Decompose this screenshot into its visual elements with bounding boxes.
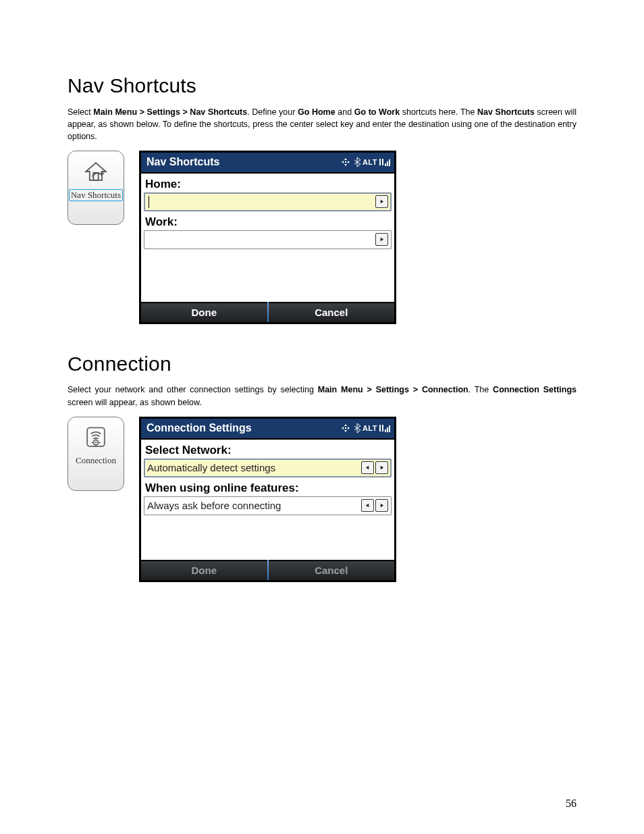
- bluetooth-icon: [354, 423, 360, 434]
- signal-icon: [379, 423, 392, 434]
- home-input[interactable]: [144, 192, 392, 211]
- online-features-label: When using online features:: [144, 480, 392, 496]
- alt-indicator: ALT: [363, 424, 377, 432]
- dpad-icon: [340, 423, 352, 434]
- svg-point-7: [95, 442, 97, 444]
- play-right-icon: [379, 502, 385, 509]
- heading-nav-shortcuts: Nav Shortcuts: [68, 74, 576, 97]
- work-more-button[interactable]: [375, 233, 388, 246]
- play-left-icon: [365, 465, 371, 471]
- cancel-button[interactable]: Cancel: [269, 302, 395, 322]
- work-input[interactable]: [144, 230, 392, 249]
- network-next-button[interactable]: [375, 461, 388, 474]
- svg-point-1: [345, 161, 346, 163]
- svg-rect-3: [387, 161, 388, 166]
- svg-rect-13: [385, 429, 386, 432]
- page-number: 56: [566, 798, 576, 810]
- online-prev-button[interactable]: [361, 499, 374, 512]
- work-label: Work:: [144, 214, 392, 230]
- status-icons: ALT: [340, 423, 392, 434]
- dpad-icon: [340, 157, 352, 167]
- screen-title: Connection Settings: [146, 422, 252, 434]
- svg-rect-15: [389, 425, 390, 432]
- paragraph-nav-shortcuts: Select Main Menu > Settings > Nav Shortc…: [68, 106, 576, 142]
- svg-rect-14: [387, 427, 388, 432]
- alt-indicator: ALT: [363, 158, 377, 166]
- wifi-gear-icon: [81, 423, 111, 452]
- heading-connection: Connection: [68, 353, 576, 375]
- play-right-icon: [379, 465, 385, 471]
- play-right-icon: [379, 199, 385, 205]
- select-network-field[interactable]: Automatically detect settings: [144, 459, 392, 477]
- select-network-label: Select Network:: [144, 442, 392, 459]
- screenshot-connection: Connection Settings ALT Select Network: …: [139, 417, 396, 582]
- screenshot-nav-shortcuts: Nav Shortcuts ALT Home:: [139, 151, 396, 324]
- svg-point-12: [345, 427, 346, 429]
- done-button[interactable]: Done: [141, 560, 267, 580]
- bluetooth-icon: [354, 157, 360, 167]
- tile-connection: Connection: [68, 417, 124, 491]
- status-icons: ALT: [340, 157, 392, 167]
- network-prev-button[interactable]: [361, 461, 374, 474]
- screen-title: Nav Shortcuts: [146, 156, 219, 168]
- svg-rect-4: [389, 159, 390, 166]
- house-arrow-icon: [81, 157, 111, 186]
- tile-caption: Nav Shortcuts: [69, 189, 123, 201]
- tile-nav-shortcuts: Nav Shortcuts: [68, 151, 124, 225]
- done-button[interactable]: Done: [141, 302, 267, 322]
- svg-rect-5: [87, 427, 105, 446]
- signal-icon: [379, 157, 392, 167]
- svg-rect-2: [385, 163, 386, 166]
- play-left-icon: [365, 502, 371, 509]
- cancel-button[interactable]: Cancel: [269, 560, 395, 580]
- home-more-button[interactable]: [375, 195, 388, 208]
- online-next-button[interactable]: [375, 499, 388, 512]
- tile-caption: Connection: [76, 455, 116, 466]
- online-features-field[interactable]: Always ask before connecting: [144, 496, 392, 515]
- paragraph-connection: Select your network and other connection…: [68, 384, 576, 408]
- home-label: Home:: [144, 176, 392, 192]
- play-right-icon: [379, 236, 385, 242]
